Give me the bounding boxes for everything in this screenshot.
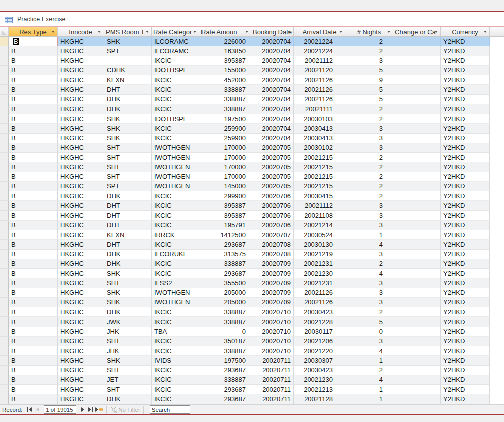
cell-res-type[interactable]: B	[9, 385, 58, 394]
row-selector[interactable]	[0, 366, 9, 375]
column-filter-arrow-icon[interactable]	[52, 31, 55, 33]
cell-res-type[interactable]: B	[9, 153, 58, 162]
cell-currency[interactable]: Y2HKD	[441, 46, 490, 56]
cell-arrival-date[interactable]: 20021112	[294, 56, 345, 66]
cell-inncode[interactable]: HKGHC	[58, 46, 104, 56]
cell-res-type[interactable]: B	[9, 95, 58, 104]
cell-num-nights[interactable]: 9	[345, 75, 393, 85]
cell-rate-amount[interactable]: 0	[199, 327, 251, 337]
cell-rate-amount[interactable]: 205000	[199, 298, 251, 307]
cell-pms-room-type[interactable]: SHK	[104, 134, 152, 143]
cell-res-type[interactable]: B	[9, 85, 58, 94]
cell-currency[interactable]: Y2HKD	[441, 298, 490, 307]
cell-arrival-date[interactable]: 20021112	[294, 201, 345, 210]
cell-change-or-cancel[interactable]	[393, 104, 441, 114]
cell-rate-amount[interactable]: 395387	[199, 56, 251, 66]
cell-pms-room-type[interactable]: SHK	[104, 298, 152, 307]
row-selector[interactable]	[0, 56, 9, 66]
cell-rate-amount[interactable]: 197500	[199, 114, 251, 124]
cell-rate-amount[interactable]: 293687	[199, 366, 251, 375]
cell-booking-date[interactable]: 20020708	[251, 250, 294, 259]
cell-rate-category[interactable]: IKCIC	[152, 85, 199, 94]
cell-currency[interactable]: Y2HKD	[441, 375, 490, 385]
cell-change-or-cancel[interactable]	[393, 162, 441, 172]
cell-booking-date[interactable]: 20020704	[251, 37, 294, 46]
cell-currency[interactable]: Y2HKD	[441, 134, 490, 143]
cell-inncode[interactable]: HKGHC	[58, 95, 104, 104]
column-header-num-nights[interactable]: # Nights	[345, 27, 393, 36]
column-header-rate-amount[interactable]: Rate Amoun	[199, 27, 251, 36]
cell-arrival-date[interactable]: 20030307	[294, 356, 345, 365]
cell-change-or-cancel[interactable]	[393, 201, 441, 210]
cell-rate-category[interactable]: ILCORAMC	[152, 46, 199, 56]
cell-rate-amount[interactable]: 195791	[199, 221, 251, 230]
cell-rate-amount[interactable]: 350187	[199, 337, 251, 346]
column-header-change-or-cancel[interactable]: Change or Ca	[393, 27, 441, 36]
column-filter-arrow-icon[interactable]	[98, 31, 101, 33]
cell-change-or-cancel[interactable]	[393, 172, 441, 182]
cell-arrival-date[interactable]: 20021126	[294, 75, 345, 85]
cell-pms-room-type[interactable]: SHT	[104, 172, 152, 182]
row-selector[interactable]	[0, 259, 9, 269]
cell-rate-category[interactable]: IWOTHGEN	[152, 143, 199, 153]
cell-booking-date[interactable]: 20020710	[251, 327, 294, 337]
cell-arrival-date[interactable]: 20030524	[294, 230, 345, 240]
cell-res-type[interactable]: B	[9, 366, 58, 375]
cell-rate-amount[interactable]: 338887	[199, 259, 251, 269]
cell-arrival-date[interactable]: 20030102	[294, 143, 345, 153]
cell-pms-room-type[interactable]: DHK	[104, 394, 152, 404]
cell-pms-room-type[interactable]: DHT	[104, 221, 152, 230]
cell-res-type[interactable]: B	[9, 124, 58, 133]
cell-num-nights[interactable]: 3	[345, 211, 393, 221]
cell-booking-date[interactable]: 20020706	[251, 201, 294, 210]
cell-pms-room-type[interactable]: KEXN	[104, 75, 152, 85]
cell-rate-category[interactable]: IWOTHGEN	[152, 153, 199, 162]
cell-num-nights[interactable]: 2	[345, 114, 393, 124]
cell-rate-amount[interactable]: 395387	[199, 201, 251, 210]
row-selector[interactable]	[0, 337, 9, 346]
cell-currency[interactable]: Y2HKD	[441, 66, 490, 75]
column-header-pms-room-type[interactable]: PMS Room T	[104, 27, 152, 36]
cell-currency[interactable]: Y2HKD	[441, 221, 490, 230]
cell-arrival-date[interactable]: 20021126	[294, 85, 345, 94]
row-selector[interactable]	[0, 191, 9, 201]
cell-inncode[interactable]: HKGHC	[58, 75, 104, 85]
cell-currency[interactable]: Y2HKD	[441, 337, 490, 346]
cell-arrival-date[interactable]: 20021214	[294, 221, 345, 230]
cell-arrival-date[interactable]: 20021126	[294, 95, 345, 104]
cell-num-nights[interactable]: 2	[345, 153, 393, 162]
cell-num-nights[interactable]: 2	[345, 172, 393, 182]
cell-num-nights[interactable]: 5	[345, 66, 393, 75]
cell-num-nights[interactable]: 4	[345, 269, 393, 278]
cell-change-or-cancel[interactable]	[393, 385, 441, 394]
cell-num-nights[interactable]: 2	[345, 104, 393, 114]
cell-currency[interactable]: Y2HKD	[441, 75, 490, 85]
row-selector[interactable]	[0, 288, 9, 298]
cell-res-type[interactable]: B	[9, 56, 58, 66]
cell-inncode[interactable]: HKGHC	[58, 230, 104, 240]
cell-num-nights[interactable]: 3	[345, 134, 393, 143]
cell-res-type[interactable]: B	[9, 66, 58, 75]
row-selector[interactable]	[0, 124, 9, 133]
cell-change-or-cancel[interactable]	[393, 46, 441, 56]
cell-booking-date[interactable]: 20020705	[251, 172, 294, 182]
cell-res-type[interactable]: B	[9, 191, 58, 201]
cell-currency[interactable]: Y2HKD	[441, 211, 490, 221]
cell-rate-amount[interactable]: 338887	[199, 307, 251, 317]
row-selector[interactable]	[0, 230, 9, 240]
cell-num-nights[interactable]: 1	[345, 230, 393, 240]
cell-inncode[interactable]: HKGHC	[58, 327, 104, 337]
cell-arrival-date[interactable]: 20021219	[294, 250, 345, 259]
cell-currency[interactable]: Y2HKD	[441, 56, 490, 66]
cell-pms-room-type[interactable]: SHK	[104, 269, 152, 278]
cell-booking-date[interactable]: 20020709	[251, 259, 294, 269]
cell-pms-room-type[interactable]: SHK	[104, 288, 152, 298]
cell-currency[interactable]: Y2HKD	[441, 201, 490, 210]
cell-arrival-date[interactable]: 20030103	[294, 114, 345, 124]
cell-res-type[interactable]: B	[9, 46, 58, 56]
cell-inncode[interactable]: HKGHC	[58, 134, 104, 143]
cell-booking-date[interactable]: 20020709	[251, 278, 294, 288]
cell-pms-room-type[interactable]: SHT	[104, 162, 152, 172]
cell-res-type[interactable]: B	[9, 327, 58, 337]
cell-booking-date[interactable]: 20020704	[251, 66, 294, 75]
